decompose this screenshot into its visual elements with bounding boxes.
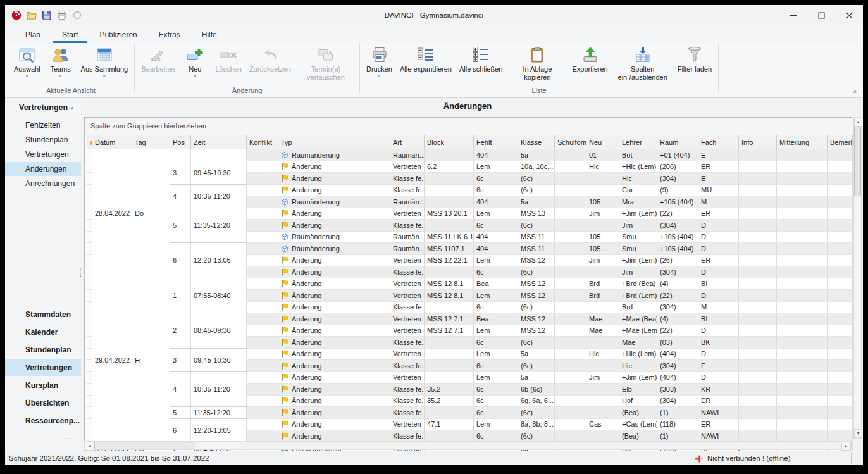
sidebar-module-stundenplan[interactable]: Stundenplan xyxy=(5,342,81,358)
cell-typ[interactable]: Raumänderung xyxy=(278,243,390,255)
cell-lehrer[interactable]: Jim xyxy=(619,266,657,278)
cell-bemerkung[interactable] xyxy=(828,371,853,384)
cell-lehrer[interactable]: Hof xyxy=(619,395,657,407)
cell-neu[interactable] xyxy=(586,173,619,185)
cell-fehlt[interactable]: Bea xyxy=(474,278,518,290)
table-row[interactable]: 612:20-13:05ÄnderungVertreten47.1Lem8a, … xyxy=(86,418,853,430)
cell-neu[interactable] xyxy=(586,407,619,419)
cell-block[interactable]: 35.2 xyxy=(425,384,474,396)
cell-raum[interactable]: (303) xyxy=(657,384,698,396)
cell-neu[interactable]: Mae xyxy=(586,313,619,325)
ribbon-button-in-ablage-kopieren[interactable]: In Ablage kopieren xyxy=(506,45,568,82)
cell-klasse[interactable]: (6c) xyxy=(518,337,555,349)
table-row[interactable]: 309:45-10:30ÄnderungVertreten6.2Lem10a, … xyxy=(86,161,853,173)
cell-info[interactable] xyxy=(739,149,777,161)
cell-lehrer[interactable]: Brd xyxy=(619,301,657,313)
cell-raum[interactable]: (4) xyxy=(657,278,698,290)
cell-info[interactable] xyxy=(739,407,777,419)
cell-schulform[interactable] xyxy=(555,348,586,360)
column-header-typ[interactable]: Typ xyxy=(278,135,390,149)
cell-typ[interactable]: Änderung xyxy=(278,161,390,173)
ribbon-button-alle-expandieren[interactable]: Alle expandieren xyxy=(396,45,456,75)
cell-fehlt[interactable]: 404 xyxy=(474,231,518,243)
cell-pos[interactable]: 6 xyxy=(170,418,191,442)
cell-indicator[interactable] xyxy=(86,243,92,255)
table-row[interactable]: 511:35-12:20ÄnderungVertretenMSS 13 20.1… xyxy=(86,208,853,220)
cell-schulform[interactable] xyxy=(555,337,586,349)
cell-pos[interactable]: 6 xyxy=(170,243,191,278)
cell-bemerkung[interactable] xyxy=(828,418,853,430)
cell-lehrer[interactable]: +Brd (Lem) xyxy=(619,290,657,302)
table-row[interactable]: 410:35-11:20ÄnderungKlasse fe...6c(6c)Cu… xyxy=(86,184,853,196)
menu-tab-publizieren[interactable]: Publizieren xyxy=(90,27,146,43)
column-header-info[interactable]: Info xyxy=(739,135,777,149)
cell-fehlt[interactable]: 6c xyxy=(474,360,518,372)
cell-schulform[interactable] xyxy=(555,384,586,396)
cell-indicator[interactable] xyxy=(86,325,92,337)
column-header-neu[interactable]: Neu xyxy=(586,135,619,149)
cell-art[interactable]: Klasse fe... xyxy=(390,395,425,407)
cell-neu[interactable]: 105 xyxy=(586,231,619,243)
cell-fach[interactable]: ER xyxy=(698,254,739,266)
cell-raum[interactable]: +105 (404) xyxy=(657,196,698,208)
cell-klasse[interactable]: 5a xyxy=(518,348,555,360)
column-header-mitteilung[interactable]: Mitteilung xyxy=(777,135,828,149)
cell-art[interactable]: Raumän... xyxy=(390,149,425,161)
cell-indicator[interactable] xyxy=(86,220,92,232)
cell-lehrer[interactable]: Mae xyxy=(619,337,657,349)
cell-mitteilung[interactable] xyxy=(777,325,828,337)
cell-neu[interactable] xyxy=(586,384,619,396)
cell-typ[interactable]: Änderung xyxy=(278,348,390,360)
cell-mitteilung[interactable] xyxy=(777,313,828,325)
cell-bemerkung[interactable] xyxy=(828,208,853,220)
cell-klasse[interactable]: MSS 13 xyxy=(518,208,555,220)
cell-block[interactable]: MSS 12 8.1 xyxy=(425,278,474,290)
cell-neu[interactable]: Brd xyxy=(586,290,619,302)
menu-tab-plan[interactable]: Plan xyxy=(16,27,49,43)
cell-indicator[interactable] xyxy=(86,290,92,302)
cell-info[interactable] xyxy=(739,231,777,243)
cell-zeit[interactable]: 07:55-08:40 xyxy=(191,278,247,313)
cell-pos[interactable]: 1 xyxy=(170,278,191,313)
cell-indicator[interactable] xyxy=(86,208,92,220)
cell-info[interactable] xyxy=(739,360,777,372)
cell-typ[interactable]: Änderung xyxy=(278,337,390,349)
cell-pos[interactable]: 5 xyxy=(170,407,191,419)
cell-block[interactable]: MSS 12 7.1 xyxy=(425,313,474,325)
cell-klasse[interactable]: MSS 12 xyxy=(518,313,555,325)
cell-mitteilung[interactable] xyxy=(777,278,828,290)
close-button[interactable] xyxy=(835,5,863,25)
cell-fehlt[interactable]: 6c xyxy=(474,173,518,185)
sidebar-module-ressourcenp[interactable]: Ressourcenp... xyxy=(5,413,81,429)
cell-schulform[interactable] xyxy=(555,173,586,185)
cell-mitteilung[interactable] xyxy=(777,371,828,384)
cell-konflikt[interactable] xyxy=(247,184,278,196)
cell-lehrer[interactable]: +Jim (Lem) xyxy=(619,208,657,220)
cell-mitteilung[interactable] xyxy=(777,149,828,161)
cell-fehlt[interactable]: Lem xyxy=(474,325,518,337)
cell-typ[interactable]: Änderung xyxy=(278,371,390,384)
cell-mitteilung[interactable] xyxy=(777,360,828,372)
cell-block[interactable] xyxy=(425,149,474,161)
cell-konflikt[interactable] xyxy=(247,325,278,337)
cell-konflikt[interactable] xyxy=(247,290,278,302)
cell-klasse[interactable]: 5a xyxy=(518,149,555,161)
cell-bemerkung[interactable] xyxy=(828,360,853,372)
cell-schulform[interactable] xyxy=(555,371,586,384)
cell-schulform[interactable] xyxy=(555,418,586,430)
sidebar-module-stammdaten[interactable]: Stammdaten xyxy=(5,306,81,323)
cell-typ[interactable]: Änderung xyxy=(278,384,390,396)
cell-fach[interactable]: D xyxy=(698,220,739,232)
ribbon-button-neu[interactable]: Neu˅ xyxy=(178,45,211,80)
cell-zeit[interactable]: 09:45-10:30 xyxy=(191,348,247,371)
cell-datum[interactable]: 29.04.2022 xyxy=(92,278,132,442)
table-row[interactable]: 29.04.2022Fr107:55-08:40ÄnderungVertrete… xyxy=(86,278,853,290)
cell-schulform[interactable] xyxy=(555,208,586,220)
cell-block[interactable]: MSS 13 20.1 xyxy=(425,208,474,220)
cell-klasse[interactable]: MSS 12 xyxy=(518,254,555,266)
cell-pos[interactable]: 3 xyxy=(170,161,191,184)
cell-fach[interactable]: ER xyxy=(698,161,739,173)
sidebar-module-vertretungen[interactable]: Vertretungen xyxy=(5,359,81,376)
table-row[interactable]: 28.04.2022DoRaumänderungRaumän...4045a01… xyxy=(86,149,853,161)
cell-mitteilung[interactable] xyxy=(777,337,828,349)
